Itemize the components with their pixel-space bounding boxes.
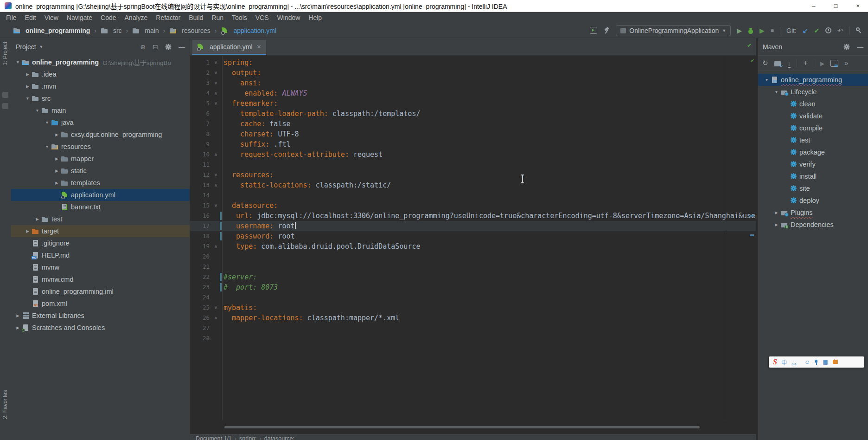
- code-line[interactable]: 2 output:: [190, 68, 756, 78]
- code-line[interactable]: 3 ansi:: [190, 78, 756, 88]
- status-breadcrumb-item[interactable]: Document 1/1: [196, 435, 232, 440]
- code-line[interactable]: 24: [190, 292, 756, 303]
- tree-closed-arrow-icon[interactable]: [53, 132, 61, 137]
- change-stripe-mark[interactable]: [750, 215, 754, 217]
- code-line[interactable]: 19 type: com.alibaba.druid.pool.DruidDat…: [190, 241, 756, 252]
- tree-closed-arrow-icon[interactable]: [14, 313, 22, 318]
- tree-item-Scratches_and_Consoles[interactable]: Scratches and Consoles: [11, 322, 190, 334]
- download-icon[interactable]: [788, 59, 791, 67]
- tree-item-mvnw[interactable]: mvnw: [11, 261, 190, 273]
- tree-item-clean[interactable]: clean: [758, 98, 868, 110]
- git-history-icon[interactable]: [825, 27, 831, 33]
- line-number[interactable]: 2: [190, 68, 210, 78]
- tree-item-banner.txt[interactable]: banner.txt: [11, 201, 190, 213]
- menu-help[interactable]: Help: [304, 13, 326, 22]
- debug-button[interactable]: [748, 27, 753, 34]
- code-line[interactable]: 1spring:: [190, 58, 756, 68]
- tree-item-.mvn[interactable]: .mvn: [11, 80, 190, 92]
- code-line[interactable]: 25mybatis:: [190, 303, 756, 313]
- layout-icon[interactable]: [590, 27, 597, 34]
- tree-item-deploy[interactable]: deploy: [758, 194, 868, 207]
- code-line[interactable]: 11: [190, 160, 756, 170]
- tool-window-stub-icon[interactable]: [2, 103, 8, 109]
- tree-item-Lifecycle[interactable]: Lifecycle: [758, 86, 868, 98]
- code-line[interactable]: 16 url: jdbc:mysql://localhost:3306/onli…: [190, 211, 756, 221]
- line-number[interactable]: 19: [190, 241, 210, 252]
- hide-panel-icon[interactable]: —: [857, 43, 863, 51]
- tree-closed-arrow-icon[interactable]: [53, 168, 61, 173]
- tree-item-online_programming.iml[interactable]: online_programming.iml: [11, 285, 190, 298]
- code-line[interactable]: 23# port: 8073: [190, 282, 756, 292]
- line-number[interactable]: 10: [190, 149, 210, 160]
- tool-window-button-favorites[interactable]: 2: Favorites: [2, 390, 8, 419]
- code-line[interactable]: 14: [190, 190, 756, 201]
- line-number[interactable]: 20: [190, 252, 210, 262]
- menu-tools[interactable]: Tools: [228, 13, 251, 22]
- run-button[interactable]: ▶: [737, 27, 742, 34]
- menu-build[interactable]: Build: [185, 13, 207, 22]
- line-number[interactable]: 8: [190, 129, 210, 139]
- tree-item-package[interactable]: package: [758, 146, 868, 158]
- tree-item-test[interactable]: test: [11, 213, 190, 225]
- close-button[interactable]: ×: [856, 2, 860, 9]
- code-line[interactable]: 26 mapper-locations: classpath:mapper/*.…: [190, 313, 756, 323]
- chinese-mode-icon[interactable]: 中: [781, 358, 787, 366]
- add-icon[interactable]: [803, 58, 808, 68]
- breadcrumb-item[interactable]: src: [90, 27, 121, 34]
- code-line[interactable]: 28: [190, 333, 756, 343]
- chev-icon[interactable]: [844, 59, 848, 67]
- tree-item-HELP.md[interactable]: HELP.md: [11, 249, 190, 261]
- line-number[interactable]: 5: [190, 98, 210, 109]
- tree-item-pom.xml[interactable]: pom.xml: [11, 298, 190, 310]
- menu-vcs[interactable]: VCS: [251, 13, 273, 22]
- mconsole-icon[interactable]: [830, 60, 838, 67]
- gear-icon[interactable]: [843, 44, 850, 50]
- tree-closed-arrow-icon[interactable]: [24, 84, 32, 89]
- tool-window-stub-icon[interactable]: [2, 92, 8, 98]
- tree-open-arrow-icon[interactable]: [43, 144, 51, 149]
- line-number[interactable]: 23: [190, 282, 210, 292]
- tree-item-mapper[interactable]: mapper: [11, 153, 190, 165]
- git-rollback-icon[interactable]: ↶: [837, 27, 843, 34]
- code-line[interactable]: 9 suffix: .ftl: [190, 139, 756, 149]
- status-breadcrumb-item[interactable]: datasource:: [260, 435, 295, 440]
- hide-panel-icon[interactable]: —: [179, 43, 185, 51]
- gear-icon[interactable]: [165, 44, 172, 50]
- tree-item-templates[interactable]: templates: [11, 177, 190, 189]
- code-line[interactable]: 8 charset: UTF-8: [190, 129, 756, 139]
- line-number[interactable]: 17: [190, 221, 210, 231]
- fold-marker-icon[interactable]: [212, 149, 220, 160]
- tree-item-mvnw.cmd[interactable]: mvnw.cmd: [11, 273, 190, 285]
- code-line[interactable]: 21: [190, 262, 756, 272]
- build-hammer-icon[interactable]: [603, 27, 610, 34]
- tree-item-.idea[interactable]: .idea: [11, 68, 190, 80]
- fold-marker-icon[interactable]: [212, 68, 220, 78]
- tree-open-arrow-icon[interactable]: [24, 96, 32, 101]
- horizontal-scrollbar-thumb[interactable]: [224, 426, 700, 428]
- tree-item-Dependencies[interactable]: Dependencies: [758, 219, 868, 231]
- tree-closed-arrow-icon[interactable]: [24, 229, 32, 233]
- code-line[interactable]: 5 freemarker:: [190, 98, 756, 109]
- code-line[interactable]: 13 static-locations: classpath:/static/: [190, 180, 756, 190]
- git-commit-icon[interactable]: ✔: [814, 27, 820, 34]
- menu-file[interactable]: File: [2, 13, 21, 22]
- breadcrumb-item[interactable]: main: [122, 27, 159, 34]
- tree-item-online_programming[interactable]: online_programming: [758, 74, 868, 86]
- tree-open-arrow-icon[interactable]: [772, 90, 780, 94]
- tree-item-site[interactable]: site: [758, 182, 868, 194]
- code-editor[interactable]: 1spring:2 output:3 ansi:4 enabled: ALWAY…: [190, 56, 756, 440]
- fold-marker-icon[interactable]: [212, 58, 220, 68]
- sync-icon[interactable]: [774, 60, 782, 66]
- close-tab-icon[interactable]: ✕: [257, 44, 262, 50]
- emoji-icon[interactable]: ☺: [804, 359, 810, 365]
- tree-item-validate[interactable]: validate: [758, 110, 868, 122]
- menu-code[interactable]: Code: [96, 13, 120, 22]
- tree-open-arrow-icon[interactable]: [14, 60, 22, 65]
- line-number[interactable]: 15: [190, 201, 210, 211]
- tree-open-arrow-icon[interactable]: [33, 108, 41, 113]
- voice-icon[interactable]: [815, 360, 818, 365]
- tree-closed-arrow-icon[interactable]: [33, 217, 41, 221]
- line-number[interactable]: 18: [190, 231, 210, 241]
- tree-item-static[interactable]: static: [11, 165, 190, 177]
- tree-item-online_programming[interactable]: online_programmingG:\shejiing\基于springBo: [11, 56, 190, 68]
